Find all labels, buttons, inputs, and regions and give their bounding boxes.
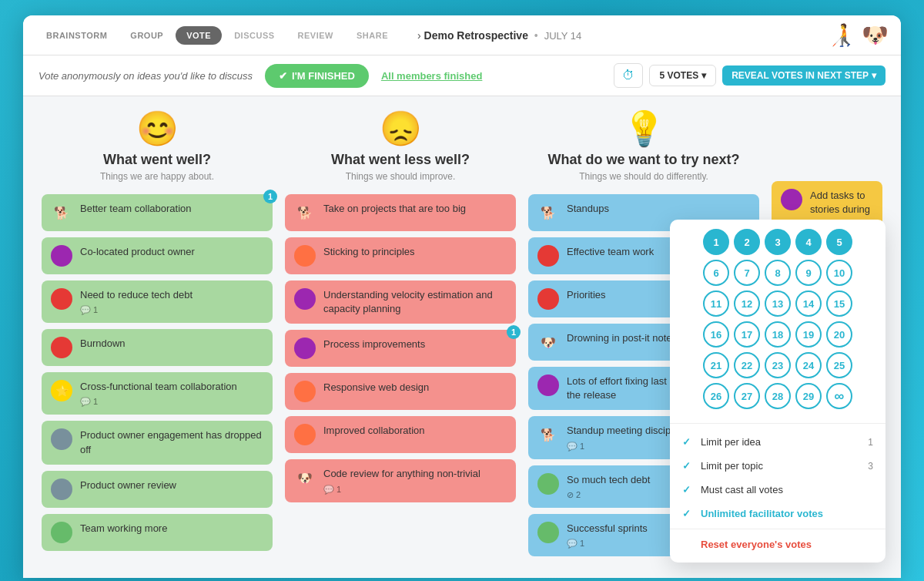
sad-face-icon: 😞 (380, 112, 422, 146)
card-avatar (51, 288, 72, 310)
vote-num-23[interactable]: 23 (765, 352, 791, 378)
card-avatar (51, 522, 72, 543)
im-finished-button[interactable]: ✔ I'M FINISHED (265, 64, 369, 88)
vote-num-1[interactable]: 1 (703, 229, 729, 255)
card-text: Product owner engagement has dropped off (80, 428, 263, 456)
vote-num-17[interactable]: 17 (734, 321, 760, 348)
nav-step-discuss[interactable]: DISCUSS (223, 26, 285, 45)
reveal-chevron: ▾ (872, 70, 876, 81)
vote-num-10[interactable]: 10 (826, 260, 852, 286)
card-principles[interactable]: Sticking to principles (285, 237, 516, 274)
vote-num-27[interactable]: 27 (734, 383, 760, 409)
card-text: Code review for anything non-trivial (323, 467, 507, 481)
card-avatar: 🐶 (294, 467, 316, 489)
vote-grid: 1 2 3 4 5 6 7 8 9 10 11 12 13 14 (670, 220, 886, 424)
card-colocated[interactable]: Co-located product owner (42, 237, 273, 274)
vote-num-3[interactable]: 3 (765, 229, 791, 255)
vote-num-2[interactable]: 2 (734, 229, 760, 255)
option-unlimited-facilitator[interactable]: ✓ Unlimited facilitator votes (670, 502, 886, 526)
nav-step-group[interactable]: GROUP (119, 26, 174, 45)
vote-num-7[interactable]: 7 (734, 260, 760, 286)
vote-num-24[interactable]: 24 (795, 352, 822, 378)
check-icon: ✓ (682, 436, 695, 448)
card-comment: 💬 1 (80, 305, 263, 315)
breadcrumb: › Demo Retrospective • JULY 14 (417, 29, 581, 42)
card-text: Need to reduce tech debt (80, 288, 263, 302)
reveal-button[interactable]: REVEAL VOTES IN NEXT STEP ▾ (722, 65, 886, 86)
card-avatar: 🐕 (537, 424, 559, 445)
nav-step-share[interactable]: SHARE (346, 26, 399, 45)
members-finished[interactable]: All members finished (381, 70, 482, 82)
option-limit-per-topic[interactable]: ✓ Limit per topic 3 (670, 454, 886, 478)
vote-num-22[interactable]: 22 (734, 352, 760, 378)
vote-num-29[interactable]: 29 (795, 383, 822, 409)
option-must-cast[interactable]: ✓ Must cast all votes (670, 478, 886, 502)
vote-num-13[interactable]: 13 (765, 290, 791, 317)
vote-num-inf[interactable]: ∞ (826, 383, 852, 409)
option-limit-per-idea[interactable]: ✓ Limit per idea 1 (670, 430, 886, 454)
card-po-engagement[interactable]: Product owner engagement has dropped off (42, 421, 273, 464)
right-controls: ⏱ 5 VOTES ▾ REVEAL VOTES IN NEXT STEP ▾ (614, 63, 886, 88)
vote-num-15[interactable]: 15 (826, 290, 852, 317)
card-text: Standups (567, 202, 750, 216)
vote-num-11[interactable]: 11 (703, 290, 729, 317)
vote-grid-row-6: 26 27 28 29 ∞ (682, 383, 873, 409)
lightbulb-icon: 💡 (623, 112, 665, 146)
card-po-review[interactable]: Product owner review (42, 471, 273, 508)
vote-num-26[interactable]: 26 (703, 383, 729, 409)
card-text: Understanding velocity estimation and ca… (323, 288, 507, 316)
card-text: Co-located product owner (80, 245, 263, 259)
card-avatar (294, 245, 316, 267)
vote-num-16[interactable]: 16 (703, 321, 729, 348)
card-code-review[interactable]: 🐶 Code review for anything non-trivial 💬… (285, 459, 516, 502)
card-better-team[interactable]: 🐕 Better team collaboration 1 (42, 194, 273, 231)
vote-num-14[interactable]: 14 (795, 290, 822, 317)
column-header-went-well: 😊 What went well? Things we are happy ab… (42, 112, 273, 182)
card-avatar: ⭐ (51, 380, 72, 401)
votes-button[interactable]: 5 VOTES ▾ (649, 65, 716, 86)
card-velocity[interactable]: Understanding velocity estimation and ca… (285, 280, 516, 324)
vote-num-28[interactable]: 28 (765, 383, 791, 409)
nav-step-brainstorm[interactable]: BRAINSTORM (35, 26, 118, 45)
breadcrumb-title: Demo Retrospective (424, 29, 528, 42)
vote-num-18[interactable]: 18 (765, 321, 791, 348)
vote-num-20[interactable]: 20 (826, 321, 852, 348)
vote-num-19[interactable]: 19 (795, 321, 822, 348)
vote-num-6[interactable]: 6 (703, 260, 729, 286)
column-went-well: 😊 What went well? Things we are happy ab… (35, 112, 279, 557)
option-label: Unlimited facilitator votes (701, 508, 867, 519)
vote-grid-row-1: 1 2 3 4 5 (682, 229, 873, 255)
vote-num-8[interactable]: 8 (765, 260, 791, 286)
card-text: Process improvements (323, 338, 507, 351)
nav-step-review[interactable]: REVIEW (287, 26, 344, 45)
option-reset-votes[interactable]: Reset everyone's votes (670, 532, 886, 556)
option-label: Must cast all votes (701, 484, 867, 495)
vote-num-9[interactable]: 9 (795, 260, 822, 286)
vote-num-4[interactable]: 4 (795, 229, 822, 255)
card-avatar (51, 428, 72, 450)
vote-num-21[interactable]: 21 (703, 352, 729, 378)
breadcrumb-sep: › (417, 29, 421, 42)
option-label: Reset everyone's votes (701, 539, 873, 550)
card-team-working[interactable]: Team working more (42, 514, 273, 551)
card-cross-functional[interactable]: ⭐ Cross-functional team collaboration 💬 … (42, 372, 273, 415)
card-comment: 💬 1 (323, 485, 507, 495)
column-title-went-well: What went well? (103, 152, 211, 168)
card-tech-debt[interactable]: Need to reduce tech debt 💬 1 (42, 280, 273, 323)
card-burndown[interactable]: Burndown (42, 329, 273, 366)
card-text: Sticking to principles (323, 245, 507, 259)
vote-num-25[interactable]: 25 (826, 352, 852, 378)
breadcrumb-date: JULY 14 (544, 30, 582, 42)
card-avatar (294, 381, 316, 402)
vote-grid-row-3: 11 12 13 14 15 (682, 290, 873, 317)
card-process[interactable]: Process improvements 1 (285, 330, 516, 367)
card-improved-collab[interactable]: Improved collaboration (285, 416, 516, 453)
im-finished-label: I'M FINISHED (292, 70, 355, 82)
vote-num-12[interactable]: 12 (734, 290, 760, 317)
card-too-big[interactable]: 🐕 Take on projects that are too big (285, 194, 516, 231)
timer-button[interactable]: ⏱ (614, 63, 643, 88)
column-subtitle-try-next: Things we should do differently. (579, 171, 708, 182)
nav-step-vote[interactable]: VOTE (176, 26, 222, 45)
card-responsive[interactable]: Responsive web design (285, 373, 516, 410)
vote-num-5[interactable]: 5 (826, 229, 852, 255)
